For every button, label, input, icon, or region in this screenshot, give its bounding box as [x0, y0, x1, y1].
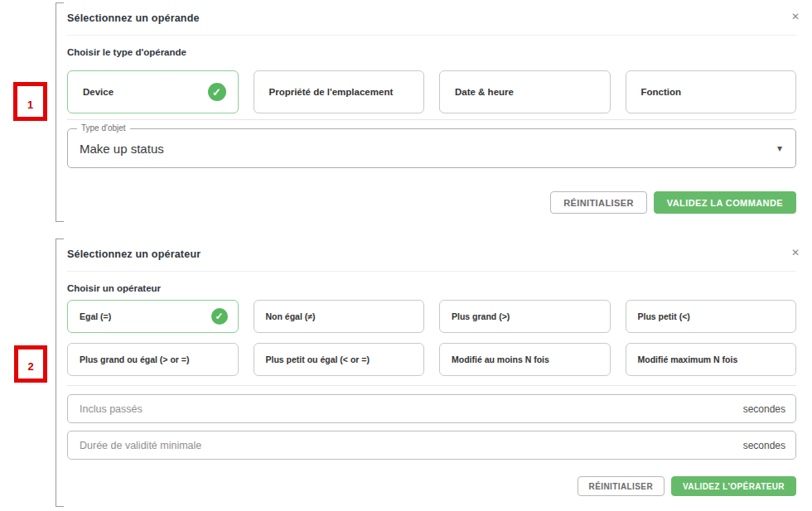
operator-dialog-footer: RÉINITIALISER VALIDEZ L'OPÉRATEUR [67, 476, 796, 496]
operand-dialog-header: Sélectionnez un opérande ✕ [67, 12, 796, 24]
included-past-input[interactable]: Inclus passés secondes [67, 394, 796, 423]
close-icon[interactable]: ✕ [791, 248, 800, 258]
page-canvas: Sélectionnez un opérande ✕ Choisir le ty… [0, 0, 812, 511]
operand-option-device[interactable]: Device ✓ [67, 70, 239, 113]
chevron-down-icon: ▾ [777, 142, 782, 154]
operator-option-label: Modifié maximum N fois [638, 354, 738, 364]
operand-option-label: Propriété de l'emplacement [269, 87, 394, 97]
operator-option-modified-at-least[interactable]: Modifié au moins N fois [439, 343, 611, 376]
reset-button[interactable]: RÉINITIALISER [578, 476, 665, 496]
operator-option-greater[interactable]: Plus grand (>) [439, 300, 611, 333]
seconds-suffix: secondes [743, 403, 785, 415]
operator-option-label: Egal (=) [80, 311, 111, 321]
check-icon: ✓ [208, 83, 226, 101]
operator-option-greater-or-equal[interactable]: Plus grand ou égal (> or =) [67, 343, 239, 376]
validate-operator-button[interactable]: VALIDEZ L'OPÉRATEUR [671, 476, 796, 496]
operand-type-section-label: Choisir le type d'opérande [67, 47, 796, 57]
operator-dialog-title: Sélectionnez un opérateur [67, 248, 796, 260]
operator-option-label: Plus grand (>) [452, 311, 510, 321]
check-icon: ✓ [211, 308, 228, 325]
operand-option-label: Device [83, 87, 114, 97]
operator-option-not-equal[interactable]: Non égal (≠) [254, 300, 425, 333]
operand-option-function[interactable]: Fonction [626, 70, 797, 113]
section-divider [67, 119, 796, 120]
section-divider [67, 385, 796, 386]
operator-option-modified-at-most[interactable]: Modifié maximum N fois [626, 343, 797, 376]
header-divider [67, 35, 796, 36]
reset-button[interactable]: RÉINITIALISER [550, 191, 647, 214]
object-type-value: Make up status [80, 142, 777, 156]
operator-option-label: Plus petit ou égal (< or =) [266, 354, 370, 364]
operator-dialog: Sélectionnez un opérateur ✕ Choisir un o… [56, 239, 808, 507]
operand-dialog: Sélectionnez un opérande ✕ Choisir le ty… [56, 2, 808, 222]
header-divider [67, 271, 796, 272]
operand-dialog-title: Sélectionnez un opérande [67, 12, 796, 24]
operator-option-less-or-equal[interactable]: Plus petit ou égal (< or =) [254, 343, 425, 376]
operator-option-label: Modifié au moins N fois [452, 354, 549, 364]
operator-option-less[interactable]: Plus petit (<) [626, 300, 797, 333]
min-validity-duration-placeholder: Durée de validité minimale [80, 440, 201, 451]
seconds-suffix: secondes [743, 440, 785, 451]
operand-option-label: Fonction [641, 87, 682, 97]
included-past-placeholder: Inclus passés [80, 403, 143, 415]
validate-command-button[interactable]: VALIDEZ LA COMMANDE [654, 191, 796, 214]
object-type-select[interactable]: Type d'objet Make up status ▾ [67, 128, 796, 168]
annotation-marker-2: 2 [14, 345, 47, 383]
operand-option-location-property[interactable]: Propriété de l'emplacement [254, 70, 425, 113]
operator-section-label: Choisir un opérateur [67, 283, 796, 293]
close-icon[interactable]: ✕ [791, 12, 800, 22]
operator-options-grid: Egal (=) ✓ Non égal (≠) Plus grand (>) P… [67, 300, 796, 376]
operator-option-equal[interactable]: Egal (=) ✓ [67, 300, 239, 333]
operator-option-label: Plus petit (<) [638, 311, 690, 321]
object-type-label: Type d'objet [77, 123, 130, 133]
operand-options-grid: Device ✓ Propriété de l'emplacement Date… [67, 70, 796, 113]
operand-dialog-footer: RÉINITIALISER VALIDEZ LA COMMANDE [67, 191, 796, 214]
operator-dialog-header: Sélectionnez un opérateur ✕ [67, 248, 796, 260]
min-validity-duration-input[interactable]: Durée de validité minimale secondes [67, 431, 796, 460]
operator-option-label: Non égal (≠) [266, 311, 316, 321]
operand-option-date-time[interactable]: Date & heure [439, 70, 611, 113]
operand-option-label: Date & heure [455, 87, 514, 97]
operator-option-label: Plus grand ou égal (> or =) [80, 354, 189, 364]
annotation-marker-1: 1 [13, 82, 47, 121]
